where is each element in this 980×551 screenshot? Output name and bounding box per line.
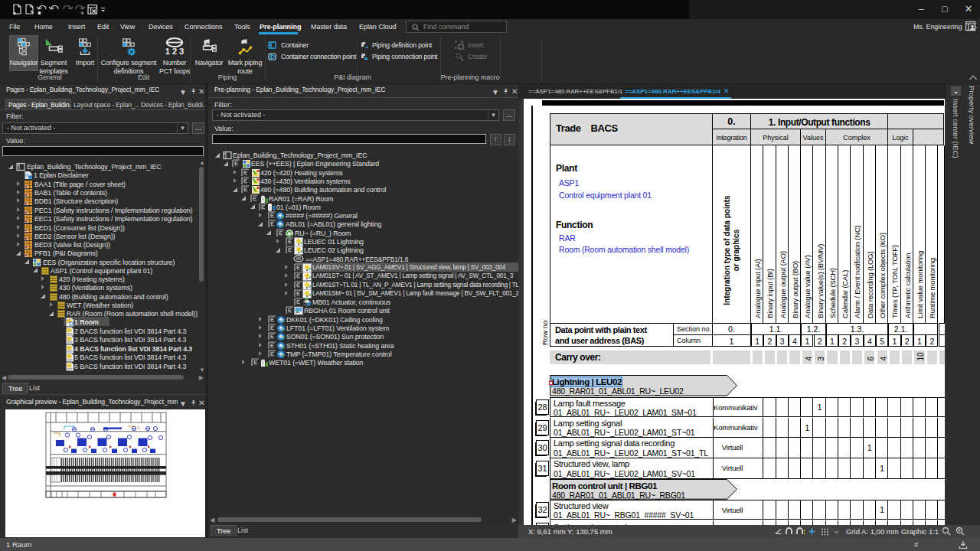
svg-text:1 2 3: 1 2 3 [165,47,184,56]
